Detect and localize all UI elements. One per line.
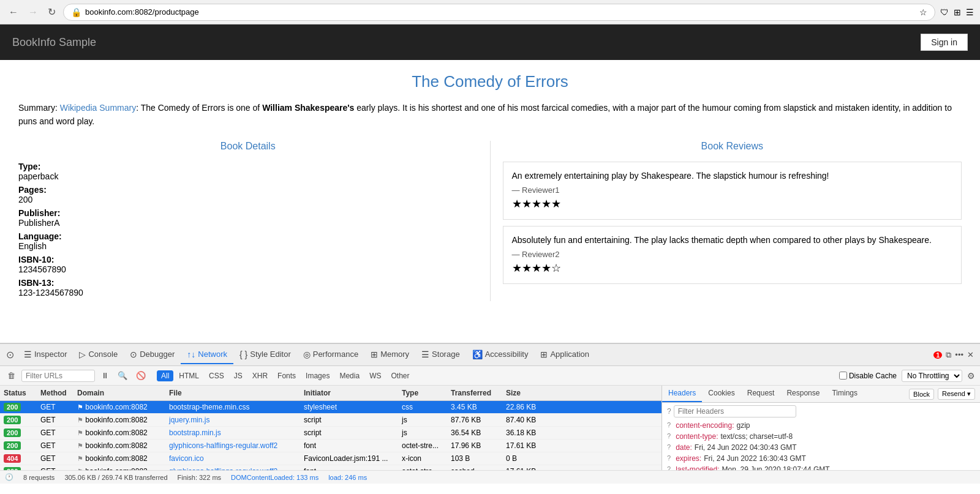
- devtools-close-btn[interactable]: ✕: [967, 350, 974, 359]
- url-input[interactable]: [85, 7, 916, 17]
- disable-cache-label[interactable]: Disable Cache: [839, 372, 897, 380]
- tab-inspector[interactable]: ☰ Inspector: [18, 346, 73, 364]
- cell-file: bootstrap-theme.min.css: [165, 401, 300, 413]
- load-link[interactable]: load: 246 ms: [328, 474, 367, 481]
- apps-icon[interactable]: ⊞: [954, 7, 961, 17]
- details-tab-cookies[interactable]: Cookies: [702, 386, 741, 402]
- book-title: The Comedy of Errors: [18, 72, 962, 91]
- resend-button[interactable]: Resend ▾: [938, 388, 975, 400]
- filter-headers-input[interactable]: [674, 405, 796, 417]
- cell-initiator: stylesheet: [300, 401, 398, 413]
- devtools-pick-icon[interactable]: ⊙: [2, 346, 18, 363]
- throttle-select[interactable]: No Throttling: [902, 370, 962, 382]
- table-row[interactable]: 200 GET ⚑ bookinfo.com:8082 glyphicons-h…: [0, 465, 662, 470]
- tab-storage[interactable]: ☰ Storage: [415, 346, 466, 364]
- cell-status: 200: [0, 414, 37, 426]
- network-main: Status Method Domain File Initiator Type…: [0, 386, 980, 470]
- tab-console[interactable]: ▷ Console: [73, 346, 124, 364]
- sign-in-button[interactable]: Sign in: [921, 34, 968, 51]
- book-details: Book Details Type: paperback Pages: 200 …: [18, 141, 490, 301]
- accessibility-icon: ♿: [472, 350, 483, 359]
- menu-icon[interactable]: ☰: [966, 7, 974, 17]
- filter-ws[interactable]: WS: [365, 370, 385, 381]
- review-text-1: An extremely entertaining play by Shakes…: [512, 171, 953, 181]
- tab-debugger[interactable]: ⊙ Debugger: [124, 346, 181, 364]
- details-tab-request[interactable]: Request: [741, 386, 781, 402]
- cell-status: 200: [0, 465, 37, 470]
- type-field: Type: paperback: [18, 162, 478, 181]
- header-help-icon: ?: [667, 421, 671, 430]
- details-tab-headers[interactable]: Headers: [662, 386, 702, 402]
- gear-icon[interactable]: ⚙: [967, 371, 975, 381]
- bookmark-icon[interactable]: ☆: [919, 7, 927, 17]
- filter-fonts[interactable]: Fonts: [273, 370, 300, 381]
- filter-js[interactable]: JS: [230, 370, 247, 381]
- filter-xhr[interactable]: XHR: [248, 370, 272, 381]
- header-name: content-encoding:: [676, 421, 734, 430]
- reviewer-1: — Reviewer1: [512, 185, 953, 195]
- cell-file: favicon.ico: [165, 452, 300, 465]
- cell-status: 200: [0, 427, 37, 439]
- filter-all[interactable]: All: [157, 370, 173, 381]
- cell-method: GET: [37, 414, 74, 426]
- summary-prefix: Summary:: [18, 103, 60, 113]
- header-entry: ?expires: Fri, 24 Jun 2022 16:30:43 GMT: [662, 453, 980, 464]
- cell-initiator: script: [300, 414, 398, 426]
- tab-inspector-label: Inspector: [34, 350, 67, 359]
- clear-network-btn[interactable]: 🗑: [5, 370, 18, 381]
- tab-performance-label: Performance: [313, 350, 358, 359]
- dom-content-loaded-link[interactable]: DOMContentLoaded: 133 ms: [231, 474, 318, 481]
- pause-network-btn[interactable]: ⏸: [99, 370, 111, 381]
- search-network-btn[interactable]: 🔍: [115, 370, 130, 381]
- table-row[interactable]: 200 GET ⚑ bookinfo.com:8082 bootstrap.mi…: [0, 427, 662, 440]
- cell-file: jquery.min.js: [165, 414, 300, 426]
- filter-media[interactable]: Media: [335, 370, 364, 381]
- cell-size: 0 B: [502, 452, 551, 465]
- devtools-new-window-btn[interactable]: ⧉: [946, 350, 951, 360]
- disable-cache-checkbox[interactable]: [839, 372, 847, 380]
- details-tab-response[interactable]: Response: [780, 386, 826, 402]
- devtools-more-btn[interactable]: •••: [955, 350, 963, 359]
- tab-accessibility[interactable]: ♿ Accessibility: [466, 346, 535, 364]
- block-network-btn[interactable]: 🚫: [134, 370, 148, 381]
- table-row[interactable]: 200 GET ⚑ bookinfo.com:8082 jquery.min.j…: [0, 414, 662, 427]
- cell-status: 200: [0, 401, 37, 413]
- filter-images[interactable]: Images: [301, 370, 334, 381]
- devtools-tabbar: ⊙ ☰ Inspector ▷ Console ⊙ Debugger ↑↓ Ne…: [0, 344, 980, 366]
- review-text-2: Absolutely fun and entertaining. The pla…: [512, 235, 953, 245]
- block-button[interactable]: Block: [909, 389, 934, 400]
- cell-domain: ⚑ bookinfo.com:8082: [74, 440, 165, 452]
- page-content: BookInfo Sample Sign in The Comedy of Er…: [0, 24, 980, 343]
- isbn13-label: ISBN-13:: [18, 278, 54, 288]
- reload-button[interactable]: ↻: [45, 5, 58, 19]
- table-row[interactable]: 200 GET ⚑ bookinfo.com:8082 bootstrap-th…: [0, 401, 662, 414]
- table-row[interactable]: 404 GET ⚑ bookinfo.com:8082 favicon.ico …: [0, 452, 662, 465]
- details-actions: Block Resend ▾: [904, 386, 980, 402]
- details-tab-timings[interactable]: Timings: [826, 386, 864, 402]
- cell-transferred: 17.96 KB: [447, 440, 502, 452]
- tab-performance[interactable]: ◎ Performance: [297, 346, 364, 364]
- cell-size: 87.40 KB: [502, 414, 551, 426]
- tab-debugger-label: Debugger: [140, 350, 175, 359]
- tab-memory[interactable]: ⊞ Memory: [364, 346, 415, 364]
- language-label: Language:: [18, 231, 62, 241]
- isbn10-field: ISBN-10: 1234567890: [18, 255, 478, 274]
- back-button[interactable]: ←: [6, 6, 21, 19]
- tab-application[interactable]: ⊞ Application: [534, 346, 595, 364]
- language-field: Language: English: [18, 231, 478, 251]
- filter-css[interactable]: CSS: [205, 370, 228, 381]
- finish-time: Finish: 322 ms: [178, 474, 222, 481]
- table-row[interactable]: 200 GET ⚑ bookinfo.com:8082 glyphicons-h…: [0, 440, 662, 452]
- pages-value: 200: [18, 195, 478, 204]
- shield-icon: 🛡: [940, 7, 949, 17]
- filter-other[interactable]: Other: [386, 370, 413, 381]
- filter-html[interactable]: HTML: [175, 370, 203, 381]
- forward-button[interactable]: →: [26, 6, 40, 19]
- cell-transferred: 87.76 KB: [447, 414, 502, 426]
- tab-style-editor[interactable]: { } Style Editor: [233, 346, 297, 364]
- summary-link[interactable]: Wikipedia Summary: [60, 103, 136, 113]
- filter-urls-input[interactable]: [21, 370, 95, 382]
- storage-icon: ☰: [421, 350, 429, 359]
- tab-network[interactable]: ↑↓ Network: [181, 346, 233, 364]
- cell-transferred: 36.54 KB: [447, 427, 502, 439]
